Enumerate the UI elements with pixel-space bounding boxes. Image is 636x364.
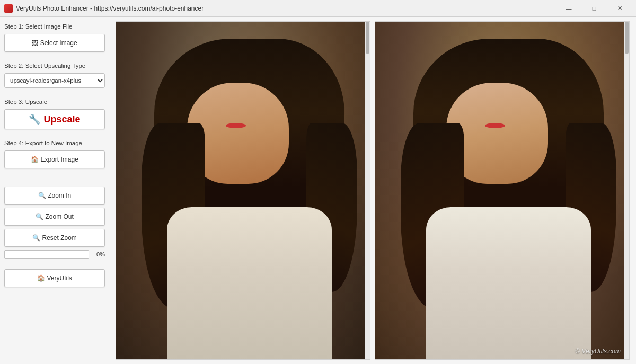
- divider6: [4, 262, 107, 266]
- divider1: [4, 55, 107, 59]
- upscaled-image-bg: [375, 22, 629, 359]
- divider4: [4, 172, 107, 176]
- original-image-bg: [116, 22, 370, 359]
- divider5: [4, 179, 107, 183]
- upscaling-type-dropdown[interactable]: upscayl-realesrgan-x4plus upscayl-reales…: [4, 73, 105, 88]
- title-bar-text: VeryUtils Photo Enhancer - https://veryu…: [16, 5, 556, 12]
- upscale-label: Upscale: [43, 114, 80, 125]
- progress-bar: [4, 250, 89, 259]
- wrench-icon: 🔧: [29, 113, 40, 125]
- app-icon: [4, 4, 13, 13]
- right-lips: [485, 123, 505, 128]
- export-image-button[interactable]: 🏠 Export Image: [4, 150, 105, 168]
- select-image-button[interactable]: 🖼 Select Image: [4, 34, 105, 52]
- upscaled-image-panel: © VeryUtils.com: [375, 21, 630, 360]
- close-button[interactable]: ✕: [607, 0, 632, 17]
- right-body: [426, 207, 591, 359]
- minimize-button[interactable]: —: [556, 0, 581, 17]
- zoom-in-button[interactable]: 🔍 Zoom In: [4, 187, 105, 205]
- zoom-out-button[interactable]: 🔍 Zoom Out: [4, 208, 105, 226]
- original-image-panel: [116, 21, 370, 360]
- progress-percent: 0%: [92, 251, 105, 258]
- veryutils-button[interactable]: 🏠 VeryUtils: [4, 269, 105, 287]
- image-area: © VeryUtils.com: [111, 17, 636, 364]
- step1-label: Step 1: Select Image File: [4, 23, 107, 30]
- reset-zoom-button[interactable]: 🔍 Reset Zoom: [4, 229, 105, 247]
- title-bar: VeryUtils Photo Enhancer - https://veryu…: [0, 0, 636, 17]
- step4-label: Step 4: Export to New Image: [4, 140, 107, 146]
- divider2: [4, 91, 107, 95]
- left-lips: [226, 123, 246, 128]
- right-panel-scrollbar[interactable]: [624, 22, 629, 359]
- left-body: [167, 207, 332, 359]
- sidebar: Step 1: Select Image File 🖼 Select Image…: [0, 17, 111, 364]
- right-scrollbar-thumb: [625, 22, 629, 54]
- upscale-button[interactable]: 🔧 Upscale: [4, 109, 105, 129]
- window-controls: — □ ✕: [556, 0, 632, 17]
- step2-label: Step 2: Select Upscaling Type: [4, 63, 107, 69]
- maximize-button[interactable]: □: [582, 0, 606, 17]
- divider3: [4, 132, 107, 137]
- left-scrollbar-thumb: [366, 22, 369, 54]
- step3-label: Step 3: Upscale: [4, 99, 107, 105]
- left-panel-scrollbar[interactable]: [365, 22, 370, 359]
- main-layout: Step 1: Select Image File 🖼 Select Image…: [0, 17, 636, 364]
- progress-row: 0%: [4, 250, 105, 259]
